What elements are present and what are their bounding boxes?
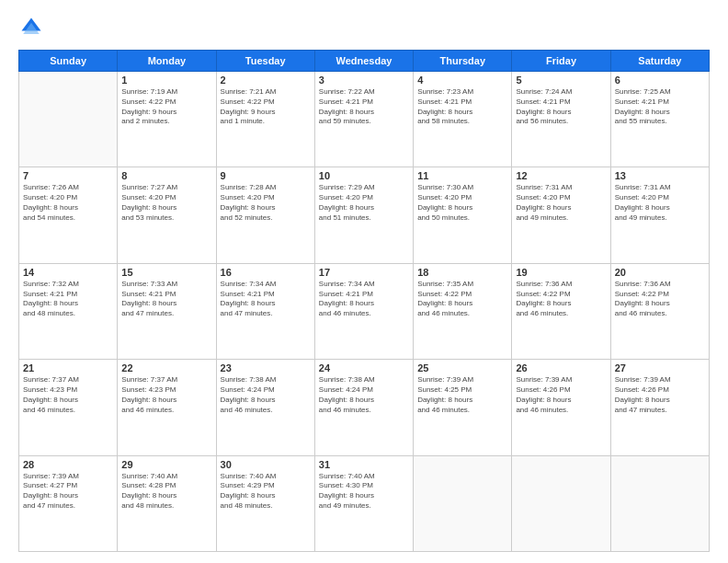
day-info: Sunrise: 7:39 AM Sunset: 4:26 PM Dayligh… (615, 375, 705, 415)
day-info: Sunrise: 7:38 AM Sunset: 4:24 PM Dayligh… (319, 375, 409, 415)
day-number: 31 (319, 459, 409, 470)
day-number: 27 (615, 362, 705, 373)
day-info: Sunrise: 7:39 AM Sunset: 4:27 PM Dayligh… (23, 472, 113, 511)
day-number: 28 (23, 459, 113, 470)
calendar-week-3: 14Sunrise: 7:32 AM Sunset: 4:21 PM Dayli… (19, 263, 710, 359)
day-info: Sunrise: 7:26 AM Sunset: 4:20 PM Dayligh… (23, 183, 113, 223)
day-number: 22 (121, 362, 211, 373)
day-info: Sunrise: 7:22 AM Sunset: 4:21 PM Dayligh… (319, 87, 409, 127)
calendar-cell (19, 72, 118, 167)
day-number: 7 (23, 170, 113, 181)
calendar-header-wednesday: Wednesday (314, 51, 413, 72)
day-info: Sunrise: 7:33 AM Sunset: 4:21 PM Dayligh… (121, 280, 211, 319)
calendar-cell: 19Sunrise: 7:36 AM Sunset: 4:22 PM Dayli… (512, 263, 610, 359)
calendar-header-tuesday: Tuesday (216, 51, 314, 72)
day-info: Sunrise: 7:30 AM Sunset: 4:20 PM Dayligh… (417, 183, 507, 223)
calendar-header-monday: Monday (118, 51, 216, 72)
day-number: 10 (319, 170, 409, 181)
day-number: 16 (221, 267, 311, 278)
calendar-cell: 13Sunrise: 7:31 AM Sunset: 4:20 PM Dayli… (610, 167, 709, 263)
day-number: 6 (615, 75, 705, 86)
calendar-table: SundayMondayTuesdayWednesdayThursdayFrid… (18, 50, 710, 552)
day-info: Sunrise: 7:35 AM Sunset: 4:22 PM Dayligh… (417, 280, 507, 319)
calendar-header-sunday: Sunday (19, 51, 118, 72)
calendar-cell: 22Sunrise: 7:37 AM Sunset: 4:23 PM Dayli… (118, 360, 216, 455)
day-info: Sunrise: 7:23 AM Sunset: 4:21 PM Dayligh… (417, 87, 507, 127)
calendar-cell: 7Sunrise: 7:26 AM Sunset: 4:20 PM Daylig… (19, 167, 118, 263)
day-info: Sunrise: 7:27 AM Sunset: 4:20 PM Dayligh… (121, 183, 211, 223)
day-info: Sunrise: 7:24 AM Sunset: 4:21 PM Dayligh… (516, 87, 606, 127)
logo (18, 15, 48, 40)
day-info: Sunrise: 7:29 AM Sunset: 4:20 PM Dayligh… (319, 183, 409, 223)
logo-icon (18, 15, 44, 40)
day-number: 3 (319, 75, 409, 86)
calendar-cell: 15Sunrise: 7:33 AM Sunset: 4:21 PM Dayli… (118, 263, 216, 359)
day-number: 15 (121, 267, 211, 278)
day-number: 5 (516, 75, 606, 86)
day-number: 19 (516, 267, 606, 278)
calendar-cell: 2Sunrise: 7:21 AM Sunset: 4:22 PM Daylig… (216, 72, 314, 167)
day-number: 11 (417, 170, 507, 181)
calendar-week-1: 1Sunrise: 7:19 AM Sunset: 4:22 PM Daylig… (19, 72, 710, 167)
day-info: Sunrise: 7:31 AM Sunset: 4:20 PM Dayligh… (516, 183, 606, 223)
calendar-cell: 23Sunrise: 7:38 AM Sunset: 4:24 PM Dayli… (216, 360, 314, 455)
day-number: 8 (121, 170, 211, 181)
day-info: Sunrise: 7:37 AM Sunset: 4:23 PM Dayligh… (121, 375, 211, 415)
calendar-cell: 31Sunrise: 7:40 AM Sunset: 4:30 PM Dayli… (314, 455, 413, 551)
day-info: Sunrise: 7:31 AM Sunset: 4:20 PM Dayligh… (615, 183, 705, 223)
day-info: Sunrise: 7:32 AM Sunset: 4:21 PM Dayligh… (23, 280, 113, 319)
day-number: 1 (121, 75, 211, 86)
calendar-cell: 18Sunrise: 7:35 AM Sunset: 4:22 PM Dayli… (414, 263, 512, 359)
calendar-cell: 28Sunrise: 7:39 AM Sunset: 4:27 PM Dayli… (19, 455, 118, 551)
day-number: 14 (23, 267, 113, 278)
calendar-cell: 10Sunrise: 7:29 AM Sunset: 4:20 PM Dayli… (314, 167, 413, 263)
day-number: 2 (221, 75, 311, 86)
calendar-cell: 26Sunrise: 7:39 AM Sunset: 4:26 PM Dayli… (512, 360, 610, 455)
calendar-cell: 12Sunrise: 7:31 AM Sunset: 4:20 PM Dayli… (512, 167, 610, 263)
day-number: 9 (221, 170, 311, 181)
calendar-cell (610, 455, 709, 551)
day-number: 4 (417, 75, 507, 86)
calendar-header-thursday: Thursday (414, 51, 512, 72)
calendar-cell: 29Sunrise: 7:40 AM Sunset: 4:28 PM Dayli… (118, 455, 216, 551)
day-number: 12 (516, 170, 606, 181)
day-number: 23 (221, 362, 311, 373)
day-info: Sunrise: 7:21 AM Sunset: 4:22 PM Dayligh… (221, 87, 311, 127)
day-info: Sunrise: 7:36 AM Sunset: 4:22 PM Dayligh… (516, 280, 606, 319)
page: SundayMondayTuesdayWednesdayThursdayFrid… (0, 0, 728, 563)
day-info: Sunrise: 7:19 AM Sunset: 4:22 PM Dayligh… (121, 87, 211, 127)
calendar-cell (512, 455, 610, 551)
calendar-cell: 8Sunrise: 7:27 AM Sunset: 4:20 PM Daylig… (118, 167, 216, 263)
day-number: 17 (319, 267, 409, 278)
calendar-cell: 4Sunrise: 7:23 AM Sunset: 4:21 PM Daylig… (414, 72, 512, 167)
calendar-header-row: SundayMondayTuesdayWednesdayThursdayFrid… (19, 51, 710, 72)
calendar-week-5: 28Sunrise: 7:39 AM Sunset: 4:27 PM Dayli… (19, 455, 710, 551)
day-number: 25 (417, 362, 507, 373)
calendar-cell: 6Sunrise: 7:25 AM Sunset: 4:21 PM Daylig… (610, 72, 709, 167)
day-info: Sunrise: 7:40 AM Sunset: 4:28 PM Dayligh… (121, 472, 211, 511)
day-number: 18 (417, 267, 507, 278)
day-info: Sunrise: 7:28 AM Sunset: 4:20 PM Dayligh… (221, 183, 311, 223)
day-info: Sunrise: 7:34 AM Sunset: 4:21 PM Dayligh… (221, 280, 311, 319)
day-info: Sunrise: 7:39 AM Sunset: 4:25 PM Dayligh… (417, 375, 507, 415)
day-info: Sunrise: 7:39 AM Sunset: 4:26 PM Dayligh… (516, 375, 606, 415)
calendar-cell (414, 455, 512, 551)
day-info: Sunrise: 7:37 AM Sunset: 4:23 PM Dayligh… (23, 375, 113, 415)
day-number: 20 (615, 267, 705, 278)
day-number: 21 (23, 362, 113, 373)
day-number: 24 (319, 362, 409, 373)
calendar-cell: 11Sunrise: 7:30 AM Sunset: 4:20 PM Dayli… (414, 167, 512, 263)
calendar-cell: 1Sunrise: 7:19 AM Sunset: 4:22 PM Daylig… (118, 72, 216, 167)
day-info: Sunrise: 7:38 AM Sunset: 4:24 PM Dayligh… (221, 375, 311, 415)
calendar-cell: 24Sunrise: 7:38 AM Sunset: 4:24 PM Dayli… (314, 360, 413, 455)
header (18, 15, 710, 40)
calendar-cell: 27Sunrise: 7:39 AM Sunset: 4:26 PM Dayli… (610, 360, 709, 455)
day-info: Sunrise: 7:40 AM Sunset: 4:30 PM Dayligh… (319, 472, 409, 511)
calendar-cell: 9Sunrise: 7:28 AM Sunset: 4:20 PM Daylig… (216, 167, 314, 263)
calendar-cell: 21Sunrise: 7:37 AM Sunset: 4:23 PM Dayli… (19, 360, 118, 455)
day-info: Sunrise: 7:40 AM Sunset: 4:29 PM Dayligh… (221, 472, 311, 511)
day-info: Sunrise: 7:25 AM Sunset: 4:21 PM Dayligh… (615, 87, 705, 127)
day-number: 26 (516, 362, 606, 373)
day-number: 13 (615, 170, 705, 181)
calendar-header-friday: Friday (512, 51, 610, 72)
